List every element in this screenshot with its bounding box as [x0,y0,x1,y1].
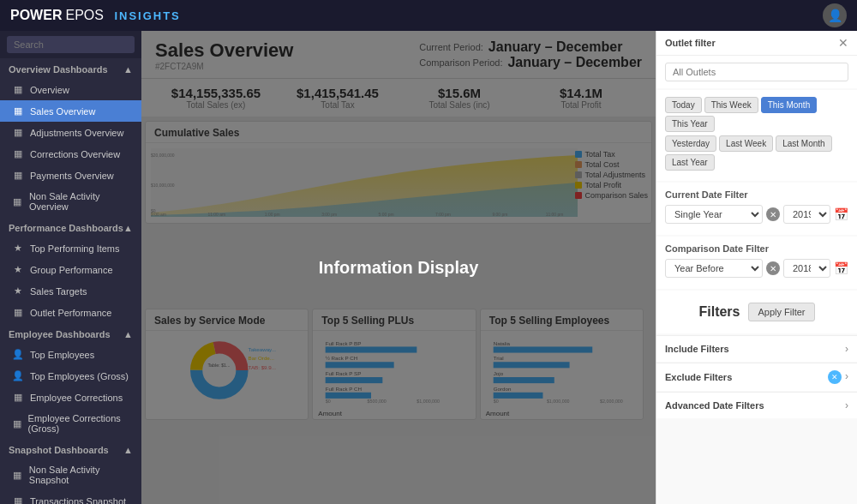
date-buttons-section: Today This Week This Month This Year Yes… [656,90,857,181]
right-panel: Outlet filter ✕ Today This Week This Mon… [656,31,857,504]
section-snapshot-dashboards[interactable]: Snapshot Dashboards ▲ [0,439,141,459]
chart-icon: ▦ [12,196,23,207]
chart-icon: ▦ [12,418,22,429]
chart-icon: ▦ [12,84,24,95]
btn-last-month[interactable]: Last Month [776,135,831,152]
comparison-filter-clear[interactable]: ✕ [766,261,780,275]
current-filter-year[interactable]: 2019 2018 [783,205,830,224]
brand-insights: INSIGHTS [114,9,180,22]
section-employee-dashboards[interactable]: Employee Dashboards ▲ [0,323,141,344]
comparison-date-filter-section: Comparison Date Filter Year Before Date … [656,237,857,289]
chart-icon: ▦ [12,392,24,403]
include-filters-label: Include Filters [665,344,729,354]
info-overlay: Information Display [141,31,656,504]
btn-last-week[interactable]: Last Week [719,135,773,152]
advanced-date-filters-section[interactable]: Advanced Date Filters › [656,392,857,418]
comparison-filter-row: Year Before Date Range ✕ 2018 2017 📅 [665,259,848,278]
comparison-filter-type[interactable]: Year Before Date Range [665,259,763,278]
chevron-right-icon-2: › [845,370,848,384]
main-layout: Overview Dashboards ▲ ▦ Overview ▦ Sales… [0,31,857,504]
btn-last-year[interactable]: Last Year [665,154,715,171]
chart-icon: ▦ [12,307,24,318]
sidebar-item-top-employees[interactable]: 👤 Top Employees [0,344,141,365]
filters-title: Filters [698,297,740,327]
btn-this-month[interactable]: This Month [761,97,817,113]
sidebar-item-top-items[interactable]: ★ Top Performing Items [0,237,141,259]
sidebar-item-payments[interactable]: ▦ Payments Overview [0,165,141,186]
brand-power: POWER [10,8,62,23]
chart-icon: ▦ [12,127,24,138]
sidebar-item-corrections[interactable]: ▦ Corrections Overview [0,143,141,165]
info-overlay-text: Information Display [319,258,479,278]
close-button[interactable]: ✕ [838,36,848,50]
chevron-right-icon-3: › [845,399,848,411]
user-avatar[interactable]: 👤 [823,3,847,27]
include-filters-section[interactable]: Include Filters › [656,335,857,362]
sidebar-item-sales-targets[interactable]: ★ Sales Targets [0,280,141,302]
section-overview-dashboards[interactable]: Overview Dashboards ▲ [0,58,141,79]
sidebar-item-overview[interactable]: ▦ Overview [0,79,141,100]
chart-icon: ▦ [12,105,24,117]
current-filter-clear[interactable]: ✕ [766,207,780,221]
exclude-filter-icon: ✕ [828,370,842,384]
sidebar-item-nonsale-snapshot[interactable]: ▦ Non Sale Activity Snapshot [0,459,141,490]
brand-epos: EPOS [65,8,103,23]
search-container [0,31,141,58]
chart-icon: ▦ [12,470,23,481]
sidebar-item-transactions-snapshot[interactable]: ▦ Transactions Snapshot [0,490,141,504]
star-icon: ★ [12,243,24,254]
person-icon: 👤 [12,349,24,360]
outlet-input[interactable] [665,63,848,81]
main-content: Sales Overview #2FCT2A9M Current Period:… [141,31,656,504]
calendar-icon-2[interactable]: 📅 [834,261,848,275]
date-buttons-row2: Yesterday Last Week Last Month Last Year [665,135,848,171]
chart-icon: ▦ [12,148,24,159]
chart-icon: ▦ [12,495,24,504]
date-buttons-row1: Today This Week This Month This Year [665,97,848,132]
sidebar-item-outlet-perf[interactable]: ▦ Outlet Performance [0,302,141,323]
comparison-filter-year[interactable]: 2018 2017 [783,259,830,278]
sidebar-item-employee-corrections-gross[interactable]: ▦ Employee Corrections (Gross) [0,408,141,439]
sidebar-item-nonsale[interactable]: ▦ Non Sale Activity Overview [0,186,141,217]
exclude-filters-section[interactable]: Exclude Filters ✕ › [656,363,857,391]
calendar-icon[interactable]: 📅 [834,207,848,221]
advanced-date-filters-label: Advanced Date Filters [665,400,764,411]
sidebar-item-employee-corrections[interactable]: ▦ Employee Corrections [0,387,141,408]
sidebar-item-group-perf[interactable]: ★ Group Performance [0,259,141,280]
outlet-filter-title: Outlet filter [665,38,716,48]
current-filter-row: Single Year Date Range ✕ 2019 2018 📅 [665,205,848,224]
current-filter-type[interactable]: Single Year Date Range [665,205,763,224]
search-input[interactable] [7,36,135,53]
current-date-filter-label: Current Date Filter [665,189,848,200]
chevron-right-icon: › [845,343,848,355]
btn-this-year[interactable]: This Year [665,116,715,132]
comparison-date-filter-label: Comparison Date Filter [665,243,848,254]
exclude-filters-label: Exclude Filters [665,372,732,382]
panel-close-row: Outlet filter ✕ [656,31,857,56]
sidebar-item-sales-overview[interactable]: ▦ Sales Overview [0,100,141,122]
btn-today[interactable]: Today [665,97,702,113]
top-nav: POWER EPOS INSIGHTS 👤 [0,0,857,31]
sidebar-item-adjustments[interactable]: ▦ Adjustments Overview [0,122,141,143]
sidebar: Overview Dashboards ▲ ▦ Overview ▦ Sales… [0,31,141,504]
person-icon: 👤 [12,370,24,381]
sidebar-item-top-employees-gross[interactable]: 👤 Top Employees (Gross) [0,365,141,387]
chart-icon: ▦ [12,170,24,181]
star-icon: ★ [12,264,24,275]
dashboard-area: Sales Overview #2FCT2A9M Current Period:… [141,31,656,504]
btn-yesterday[interactable]: Yesterday [665,135,716,152]
current-date-filter-section: Current Date Filter Single Year Date Ran… [656,183,857,235]
star-icon: ★ [12,285,24,297]
apply-filter-button[interactable]: Apply Filter [748,303,814,321]
section-performance-dashboards[interactable]: Performance Dashboards ▲ [0,217,141,237]
outlet-section [656,56,857,88]
brand: POWER EPOS INSIGHTS [10,8,181,23]
btn-this-week[interactable]: This Week [704,97,758,113]
filters-header: Filters Apply Filter [656,291,857,333]
